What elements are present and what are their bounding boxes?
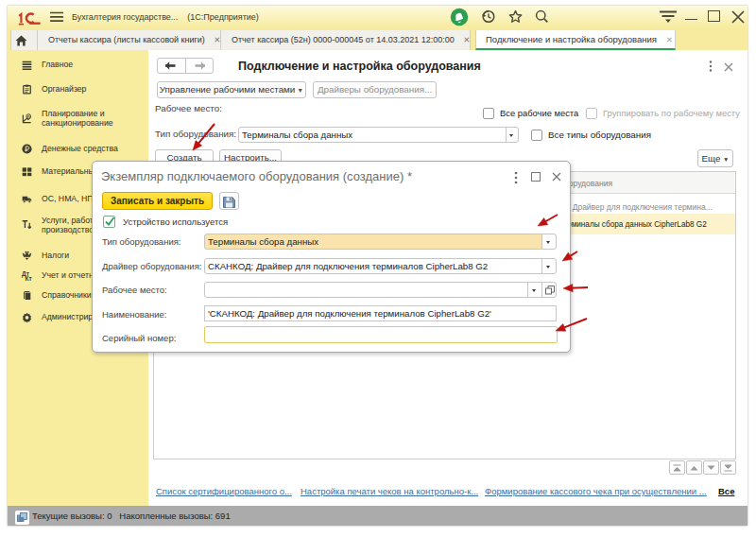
svg-text:Кт: Кт (25, 274, 32, 281)
